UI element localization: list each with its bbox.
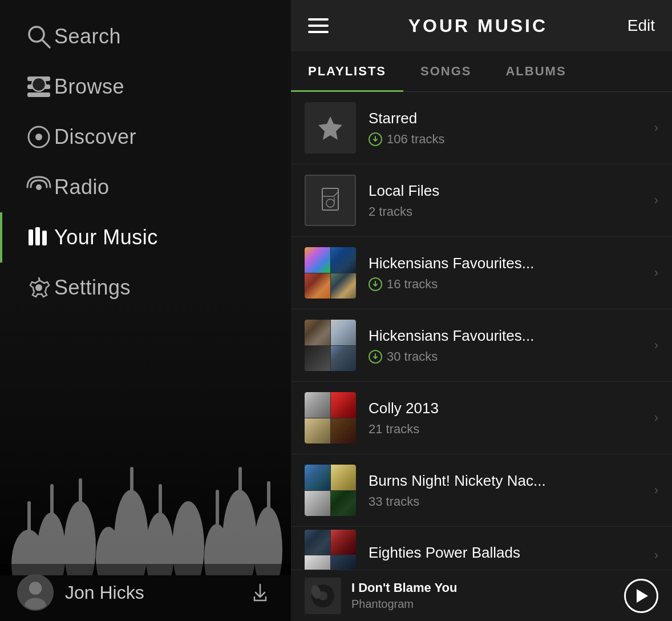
list-item[interactable]: Hickensians Favourites... 16 tracks ›	[291, 237, 672, 309]
now-playing-bar: I Don't Blame You Phantogram	[291, 570, 672, 621]
playlist-name: Colly 2013	[369, 400, 649, 417]
topbar: YOUR MUSIC Edit	[291, 0, 672, 51]
download-badge	[369, 277, 382, 291]
svg-point-36	[326, 199, 334, 207]
chevron-right-icon: ›	[654, 120, 658, 135]
chevron-right-icon: ›	[654, 483, 658, 498]
user-bar: Jon Hicks	[0, 564, 291, 621]
playlist-tracks: 30 tracks	[369, 349, 649, 364]
list-item[interactable]: Hickensians Favourites... 30 tracks ›	[291, 309, 672, 382]
playlist-name: Starred	[369, 110, 649, 127]
play-triangle-icon	[637, 589, 648, 603]
sidebar-item-label-search: Search	[54, 25, 121, 49]
chevron-right-icon: ›	[654, 338, 658, 353]
svg-line-19	[42, 40, 50, 47]
download-badge	[369, 350, 382, 364]
user-name: Jon Hicks	[65, 582, 246, 603]
playlist-info: Eighties Power Ballads	[369, 544, 649, 566]
playlist-info: Hickensians Favourites... 30 tracks	[369, 327, 649, 364]
avatar	[17, 574, 54, 611]
svg-point-25	[35, 134, 42, 140]
sidebar-item-label-settings: Settings	[54, 276, 131, 300]
edit-button[interactable]: Edit	[628, 17, 655, 35]
radio-icon	[23, 175, 54, 200]
playlist-name: Burns Night! Nickety Nac...	[369, 472, 649, 490]
playlist-info: Colly 2013 21 tracks	[369, 400, 649, 437]
tab-playlists[interactable]: PLAYLISTS	[291, 51, 403, 91]
download-icon[interactable]	[246, 579, 274, 606]
discover-icon	[23, 124, 54, 150]
playlist-info: Starred 106 tracks	[369, 110, 649, 147]
svg-rect-28	[35, 227, 40, 245]
playlist-tracks: 21 tracks	[369, 422, 649, 437]
playlist-info: Burns Night! Nickety Nac... 33 tracks	[369, 472, 649, 509]
playlist-thumb-starred	[305, 102, 356, 154]
download-badge	[369, 132, 382, 146]
playlist-info: Hickensians Favourites... 16 tracks	[369, 255, 649, 292]
sidebar-item-label-browse: Browse	[54, 75, 124, 99]
list-item[interactable]: Eighties Power Ballads ›	[291, 527, 672, 570]
playlist-thumb-burns	[305, 465, 356, 516]
sidebar-item-label-discover: Discover	[54, 125, 136, 149]
tab-songs[interactable]: SONGS	[403, 51, 488, 91]
list-item[interactable]: Colly 2013 21 tracks ›	[291, 382, 672, 454]
svg-marker-34	[318, 116, 342, 140]
play-button[interactable]	[624, 579, 658, 613]
list-item[interactable]: Local Files 2 tracks ›	[291, 164, 672, 237]
svg-point-26	[36, 184, 42, 190]
now-playing-thumb	[305, 578, 341, 614]
tabs-bar: PLAYLISTS SONGS ALBUMS	[291, 51, 672, 92]
list-item[interactable]: Starred 106 tracks ›	[291, 92, 672, 164]
main-content: YOUR MUSIC Edit PLAYLISTS SONGS ALBUMS	[291, 0, 672, 621]
playlist-thumb-eighties	[305, 530, 356, 570]
svg-point-23	[32, 78, 46, 91]
browse-icon	[23, 74, 54, 99]
playlist-thumb-local	[305, 175, 356, 226]
sidebar-item-label-radio: Radio	[54, 175, 110, 199]
playlist-tracks: 33 tracks	[369, 494, 649, 509]
now-playing-artist: Phantogram	[351, 598, 624, 611]
playlist-thumb-colly	[305, 392, 356, 443]
search-icon	[23, 24, 54, 49]
sidebar-nav: Search Browse	[0, 0, 291, 564]
chevron-right-icon: ›	[654, 265, 658, 280]
playlist-name: Hickensians Favourites...	[369, 255, 649, 272]
svg-rect-22	[27, 92, 50, 97]
list-item[interactable]: Burns Night! Nickety Nac... 33 tracks ›	[291, 454, 672, 527]
sidebar-item-label-your-music: Your Music	[54, 225, 158, 249]
playlist-name: Hickensians Favourites...	[369, 327, 649, 345]
svg-point-30	[35, 284, 42, 291]
hamburger-menu-icon[interactable]	[308, 18, 329, 33]
playlist-thumb-hickensians2	[305, 320, 356, 371]
sidebar-item-radio[interactable]: Radio	[0, 162, 291, 212]
playlist-tracks: 106 tracks	[369, 132, 649, 147]
playlist-name: Eighties Power Ballads	[369, 544, 649, 562]
playlist-name: Local Files	[369, 182, 649, 200]
sidebar-item-discover[interactable]: Discover	[0, 112, 291, 162]
svg-rect-29	[42, 231, 47, 245]
chevron-right-icon: ›	[654, 410, 658, 425]
playlist-thumb-hickensians1	[305, 247, 356, 299]
sidebar: Search Browse	[0, 0, 291, 621]
page-title: YOUR MUSIC	[408, 15, 548, 37]
sidebar-item-your-music[interactable]: Your Music	[0, 212, 291, 263]
sidebar-item-settings[interactable]: Settings	[0, 263, 291, 313]
tab-albums[interactable]: ALBUMS	[488, 51, 583, 91]
svg-rect-27	[29, 229, 33, 245]
sidebar-item-browse[interactable]: Browse	[0, 62, 291, 112]
playlist-info: Local Files 2 tracks	[369, 182, 649, 219]
playlist-list: Starred 106 tracks ›	[291, 92, 672, 570]
now-playing-info: I Don't Blame You Phantogram	[351, 580, 624, 611]
svg-point-32	[29, 582, 42, 595]
chevron-right-icon: ›	[654, 193, 658, 208]
now-playing-title: I Don't Blame You	[351, 580, 624, 595]
sidebar-item-search[interactable]: Search	[0, 11, 291, 62]
settings-icon	[23, 275, 54, 300]
chevron-right-icon: ›	[654, 548, 658, 563]
library-icon	[23, 225, 54, 250]
playlist-tracks: 16 tracks	[369, 277, 649, 292]
playlist-tracks: 2 tracks	[369, 204, 649, 219]
